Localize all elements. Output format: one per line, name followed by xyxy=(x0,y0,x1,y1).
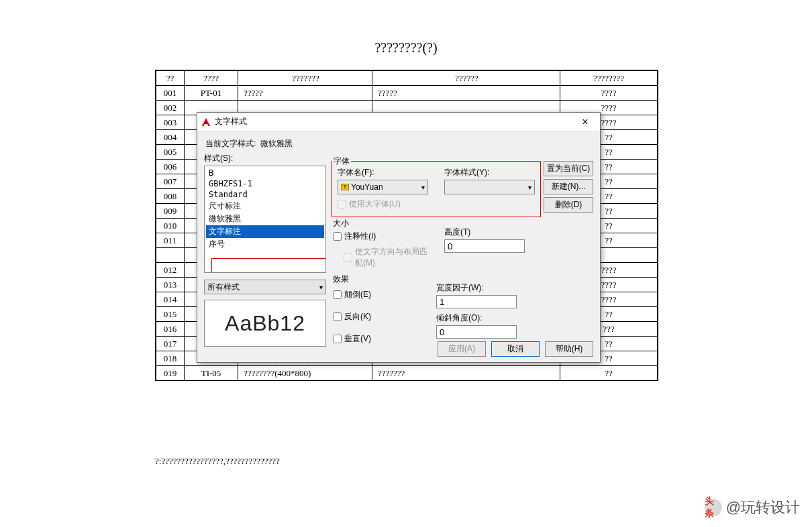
height-input[interactable] xyxy=(444,239,525,253)
cancel-button[interactable]: 取消 xyxy=(491,341,540,357)
style-list-item[interactable]: B xyxy=(206,168,324,178)
height-label: 高度(T) xyxy=(444,227,540,238)
styles-label: 样式(S): xyxy=(204,153,326,164)
effect-group-title: 效果 xyxy=(332,274,350,285)
backwards-checkbox[interactable]: 反向(K) xyxy=(333,311,420,323)
filter-value: 所有样式 xyxy=(207,282,240,293)
dialog-title: 文字样式 xyxy=(215,116,574,127)
font-name-select[interactable]: TYouYuan ▾ xyxy=(338,180,428,194)
size-group-title: 大小 xyxy=(332,218,350,229)
font-style-select[interactable]: ▾ xyxy=(444,180,535,194)
table-header: ???????? xyxy=(560,71,658,86)
dialog-titlebar: 文字样式 × xyxy=(197,113,600,131)
match-orient-checkbox: 使文字方向与布局匹配(M) xyxy=(344,246,428,269)
new-button[interactable]: 新建(N)... xyxy=(544,179,593,194)
annotative-checkbox[interactable]: 注释性(I) xyxy=(333,231,428,242)
font-name-label: 字体名(F): xyxy=(338,167,428,178)
watermark: 头条 @玩转设计 xyxy=(705,497,800,518)
style-filter-select[interactable]: 所有样式 ▾ xyxy=(204,280,326,294)
style-list-item[interactable]: Standard xyxy=(206,189,324,200)
watermark-icon: 头条 xyxy=(705,499,722,516)
oblique-label: 倾斜角度(O): xyxy=(436,312,540,324)
truetype-icon: T xyxy=(341,184,349,190)
delete-button[interactable]: 删除(D) xyxy=(544,197,593,213)
help-button[interactable]: 帮助(H) xyxy=(545,341,593,357)
width-factor-input[interactable] xyxy=(436,295,517,308)
table-header: ?? xyxy=(156,71,185,86)
text-style-dialog: 文字样式 × 当前文字样式: 微软雅黑 样式(S): BGBHZFS1-1Sta… xyxy=(197,112,601,363)
chevron-down-icon: ▾ xyxy=(319,284,323,291)
set-current-button[interactable]: 置为当前(C) xyxy=(544,161,593,176)
chevron-down-icon: ▾ xyxy=(528,184,531,191)
table-header: ?????? xyxy=(372,71,560,86)
table-header: ???? xyxy=(185,71,238,86)
autocad-icon xyxy=(201,117,211,127)
font-group-title: 字体 xyxy=(332,156,351,167)
current-style-label: 当前文字样式: 微软雅黑 xyxy=(205,138,593,150)
style-list-item[interactable]: 微软雅黑 xyxy=(206,213,324,225)
upside-down-checkbox[interactable]: 颠倒(E) xyxy=(333,289,420,300)
style-list-item[interactable]: 文字标注 xyxy=(206,225,324,238)
use-bigfont-checkbox: 使用大字体(U) xyxy=(338,198,535,210)
close-button[interactable]: × xyxy=(574,116,596,128)
chevron-down-icon: ▾ xyxy=(421,184,425,191)
style-list-item[interactable]: GBHZFS1-1 xyxy=(206,178,324,189)
width-factor-label: 宽度因子(W): xyxy=(436,282,540,294)
apply-button[interactable]: 应用(A) xyxy=(438,341,486,357)
font-style-label: 字体样式(Y): xyxy=(444,167,535,178)
style-list-item[interactable]: 尺寸标注 xyxy=(206,200,324,213)
page-title: ????????(?) xyxy=(0,40,812,56)
highlight-box xyxy=(211,258,326,273)
font-group: 字体 字体名(F): TYouYuan ▾ 字体样式(Y): xyxy=(332,161,541,217)
footer-note: ?:????????????????,?????????????? xyxy=(155,456,280,467)
size-group: 大小 注释性(I) 使文字方向与布局匹配(M) 高度(T) xyxy=(332,223,541,272)
style-list-item[interactable]: 序号 xyxy=(206,238,324,251)
table-header: ??????? xyxy=(238,71,372,86)
table-row: 019TI-05????????(400*800)????????? xyxy=(156,366,658,381)
style-list[interactable]: BGBHZFS1-1Standard尺寸标注微软雅黑文字标注序号 xyxy=(204,166,326,273)
table-row: 001PT-01?????????????? xyxy=(156,86,658,101)
